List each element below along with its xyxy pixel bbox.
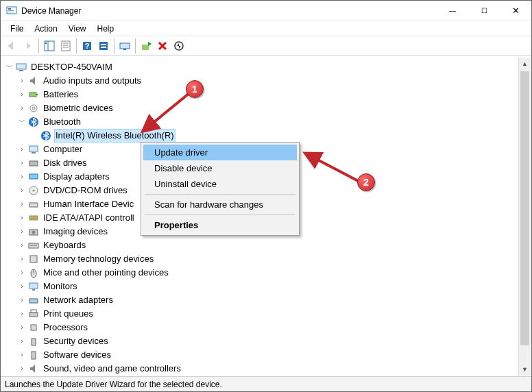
menu-separator — [145, 194, 295, 195]
tree-item-security[interactable]: ›Security devices — [4, 334, 516, 348]
uninstall-device-button[interactable] — [154, 38, 171, 54]
chevron-right-icon[interactable]: › — [16, 238, 27, 252]
chevron-right-icon[interactable]: › — [16, 307, 27, 321]
tree-item-processors[interactable]: ›Processors — [4, 321, 516, 334]
chevron-right-icon[interactable]: › — [16, 252, 27, 266]
mouse-icon — [27, 267, 40, 278]
chevron-down-icon[interactable]: ﹀ — [16, 115, 27, 129]
svg-rect-44 — [29, 283, 38, 289]
svg-rect-13 — [99, 42, 108, 50]
titlebar: Device Manager — ☐ ✕ — [1, 1, 531, 21]
toolbar: ? — [1, 36, 531, 56]
tree-item-sound[interactable]: ›Sound, video and game controllers — [4, 362, 516, 376]
tree-item-mice[interactable]: ›Mice and other pointing devices — [4, 266, 516, 280]
menu-separator — [145, 215, 295, 215]
svg-rect-41 — [30, 256, 37, 262]
cpu-icon — [27, 322, 40, 333]
scroll-up-button[interactable]: ▲ — [519, 58, 531, 70]
chevron-right-icon[interactable]: › — [16, 225, 27, 238]
scan-hardware-button[interactable] — [117, 38, 133, 54]
scroll-down-button[interactable]: ▼ — [519, 363, 531, 376]
chevron-right-icon[interactable]: › — [16, 197, 27, 211]
chevron-right-icon[interactable]: › — [16, 293, 27, 307]
svg-rect-18 — [142, 45, 149, 50]
scroll-thumb[interactable] — [520, 71, 529, 345]
sound-icon — [27, 363, 40, 374]
svg-text:?: ? — [85, 42, 90, 50]
chevron-right-icon[interactable]: › — [16, 362, 27, 376]
svg-rect-36 — [29, 216, 38, 220]
menu-action[interactable]: Action — [29, 23, 62, 35]
fingerprint-icon — [27, 103, 40, 114]
svg-rect-1 — [8, 8, 11, 10]
tree-item-batteries[interactable]: ›Batteries — [4, 88, 516, 101]
chevron-right-icon[interactable]: › — [16, 184, 27, 197]
back-button[interactable] — [3, 38, 20, 54]
menu-help[interactable]: Help — [92, 23, 120, 35]
close-button[interactable]: ✕ — [500, 1, 531, 21]
audio-icon — [27, 75, 40, 86]
tree-item-memory[interactable]: ›Memory technology devices — [4, 252, 516, 266]
status-text: Launches the Update Driver Wizard for th… — [5, 380, 222, 389]
menu-item-update-driver[interactable]: Update driver — [143, 145, 297, 160]
svg-rect-32 — [29, 174, 38, 179]
menu-item-scan-hardware[interactable]: Scan for hardware changes — [143, 197, 297, 212]
chevron-right-icon[interactable]: › — [16, 88, 27, 101]
svg-rect-49 — [31, 325, 36, 330]
forward-button[interactable] — [20, 38, 36, 54]
menu-file[interactable]: File — [5, 23, 29, 35]
vertical-scrollbar[interactable]: ▲ ▼ — [518, 58, 531, 376]
chevron-right-icon[interactable]: › — [16, 74, 27, 88]
menu-view[interactable]: View — [63, 23, 92, 35]
tree-item-audio[interactable]: ›Audio inputs and outputs — [4, 74, 516, 88]
tree-root[interactable]: ﹀ DESKTOP-450VAIM — [4, 60, 516, 74]
chevron-right-icon[interactable]: › — [16, 334, 27, 348]
chevron-right-icon[interactable]: › — [16, 143, 27, 156]
tree-item-monitors[interactable]: ›Monitors — [4, 280, 516, 293]
disable-device-button[interactable] — [171, 38, 187, 54]
tree-item-biometric[interactable]: ›Biometric devices — [4, 101, 516, 115]
svg-point-19 — [175, 42, 183, 50]
menu-item-uninstall-device[interactable]: Uninstall device — [143, 176, 297, 192]
svg-rect-16 — [120, 43, 130, 49]
chevron-right-icon[interactable]: › — [16, 170, 27, 184]
action-button[interactable] — [95, 38, 112, 54]
show-hide-console-tree-button[interactable] — [41, 38, 58, 54]
security-icon — [27, 336, 40, 347]
chevron-right-icon[interactable]: › — [16, 321, 27, 334]
svg-point-24 — [30, 105, 37, 112]
chevron-right-icon[interactable]: › — [16, 101, 27, 115]
app-icon — [6, 5, 17, 16]
tree-item-bluetooth[interactable]: ﹀Bluetooth — [4, 115, 516, 129]
minimize-button[interactable]: — — [437, 1, 468, 21]
chevron-right-icon[interactable]: › — [16, 348, 27, 362]
chevron-right-icon[interactable]: › — [16, 280, 27, 293]
menu-item-properties[interactable]: Properties — [143, 217, 297, 233]
svg-rect-21 — [19, 70, 23, 71]
tree-item-print[interactable]: ›Print queues — [4, 307, 516, 321]
maximize-button[interactable]: ☐ — [468, 1, 500, 21]
tree-item-bluetooth-device[interactable]: ›Intel(R) Wireless Bluetooth(R) — [4, 129, 516, 143]
tree-item-network[interactable]: ›Network adapters — [4, 293, 516, 307]
disc-icon — [27, 185, 40, 196]
selected-device-label: Intel(R) Wireless Bluetooth(R) — [54, 129, 176, 143]
chevron-right-icon[interactable]: › — [16, 266, 27, 280]
help-button[interactable]: ? — [79, 38, 95, 54]
tree-item-keyboards[interactable]: ›Keyboards — [4, 238, 516, 252]
svg-rect-3 — [8, 12, 14, 12]
properties-button[interactable] — [58, 38, 74, 54]
svg-rect-29 — [32, 152, 36, 154]
svg-rect-15 — [101, 47, 106, 48]
chevron-right-icon[interactable]: › — [16, 156, 27, 170]
svg-rect-35 — [29, 203, 38, 207]
tree-item-software[interactable]: ›Software devices — [4, 348, 516, 362]
update-driver-button[interactable] — [138, 38, 154, 54]
chevron-down-icon[interactable]: ﹀ — [4, 60, 15, 74]
chevron-right-icon[interactable]: › — [16, 211, 27, 225]
menu-item-disable-device[interactable]: Disable device — [143, 160, 297, 176]
bluetooth-icon — [40, 130, 52, 141]
bluetooth-icon — [27, 117, 40, 127]
window-title: Device Manager — [21, 6, 81, 16]
memory-icon — [27, 254, 40, 265]
svg-point-38 — [32, 231, 36, 234]
